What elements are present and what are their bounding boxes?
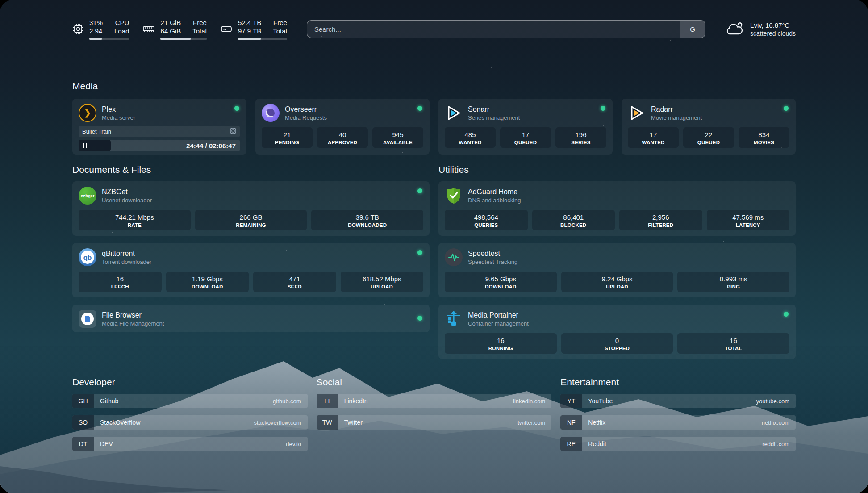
bookmark-url: linkedin.com xyxy=(513,398,551,405)
bookmark-abbr: DT xyxy=(72,437,94,451)
bookmark-name: DEV xyxy=(94,440,286,447)
stat-upload: 9.24 Gbps UPLOAD xyxy=(561,272,673,292)
service-card-nzbget[interactable]: nzbget NZBGet Usenet downloader 744.21 M… xyxy=(72,181,430,236)
now-playing-view-icon[interactable] xyxy=(230,127,237,136)
service-description: DNS and adblocking xyxy=(468,196,521,204)
service-card-adguard[interactable]: AdGuard Home DNS and adblocking 498,564 … xyxy=(438,181,796,236)
search-bar: G xyxy=(307,20,705,38)
search-input[interactable] xyxy=(307,21,680,38)
portainer-icon xyxy=(445,310,463,328)
header-divider xyxy=(72,52,796,52)
service-card-filebrowser[interactable]: File Browser Media File Management xyxy=(72,305,430,332)
service-description: Usenet downloader xyxy=(102,196,152,204)
service-name: Plex xyxy=(102,105,135,114)
bookmark-youtube[interactable]: YT YouTube youtube.com xyxy=(560,394,796,408)
status-dot xyxy=(417,106,422,111)
radarr-icon xyxy=(628,104,646,122)
memory-total-value: 64 GiB xyxy=(160,27,181,35)
service-name: AdGuard Home xyxy=(468,188,521,196)
memory-total-label: Total xyxy=(192,27,207,35)
service-description: Torrent downloader xyxy=(102,258,151,266)
now-playing-title: Bullet Train xyxy=(82,128,230,135)
speedtest-icon xyxy=(445,248,463,266)
service-description: Speedtest Tracking xyxy=(468,258,517,266)
disk-free-label: Free xyxy=(273,18,287,27)
service-name: Media Portainer xyxy=(468,311,529,320)
stat-approved: 40 APPROVED xyxy=(317,127,368,148)
stat-filtered: 2,956 FILTERED xyxy=(619,210,702,230)
stat-download: 9.65 Gbps DOWNLOAD xyxy=(445,272,557,292)
bookmark-dev[interactable]: DT DEV dev.to xyxy=(72,437,308,451)
section-utilities: Utilities xyxy=(438,164,796,359)
memory-progress-fill xyxy=(160,38,190,40)
bookmark-group-title: Developer xyxy=(72,377,308,388)
now-playing-row: Bullet Train xyxy=(79,126,240,137)
bookmark-name: Github xyxy=(94,397,273,405)
bookmark-stackoverflow[interactable]: SO StackOverflow stackoverflow.com xyxy=(72,415,308,430)
cpu-widget: 31% 2.94 CPU Load xyxy=(72,18,129,40)
weather-widget[interactable]: Lviv, 16.87°C scattered clouds xyxy=(725,21,796,38)
dashboard-window: 31% 2.94 CPU Load xyxy=(0,0,868,493)
status-dot xyxy=(784,312,789,317)
bookmark-github[interactable]: GH Github github.com xyxy=(72,394,308,408)
bookmark-url: twitter.com xyxy=(517,419,551,426)
bookmark-netflix[interactable]: NF Netflix netflix.com xyxy=(560,415,796,430)
stat-blocked: 86,401 BLOCKED xyxy=(532,210,615,230)
bookmark-group-developer: Developer GH Github github.com SO StackO… xyxy=(72,377,308,451)
service-name: NZBGet xyxy=(102,188,152,196)
disk-total-label: Total xyxy=(273,27,287,35)
disk-total-value: 97.9 TB xyxy=(238,27,261,35)
service-card-plex[interactable]: ❯ Plex Media server Bullet Train xyxy=(72,99,246,155)
memory-progress-track xyxy=(160,38,207,40)
memory-widget: 21 GiB 64 GiB Free Total xyxy=(142,18,207,40)
stat-queries: 498,564 QUERIES xyxy=(445,210,528,230)
section-title-documents: Documents & Files xyxy=(72,164,430,175)
service-description: Movie management xyxy=(651,114,702,121)
pause-icon[interactable] xyxy=(79,143,92,148)
status-dot xyxy=(601,106,605,111)
service-card-radarr[interactable]: Radarr Movie management 17 WANTED 22 QUE… xyxy=(622,99,796,155)
disk-progress-track xyxy=(238,38,287,40)
bookmark-url: netflix.com xyxy=(762,419,796,426)
bookmark-url: reddit.com xyxy=(762,441,796,447)
stat-running: 16 RUNNING xyxy=(445,333,557,354)
bookmark-abbr: NF xyxy=(560,415,582,430)
weather-condition: scattered clouds xyxy=(750,30,796,37)
cpu-progress-track xyxy=(89,38,129,40)
bookmark-reddit[interactable]: RE Reddit reddit.com xyxy=(560,437,796,451)
stat-rate: 744.21 Mbps RATE xyxy=(79,210,191,230)
stat-leech: 16 LEECH xyxy=(79,272,162,292)
service-card-sonarr[interactable]: Sonarr Series management 485 WANTED 17 Q… xyxy=(438,99,613,155)
memory-free-label: Free xyxy=(192,18,207,27)
service-card-speedtest[interactable]: Speedtest Speedtest Tracking 9.65 Gbps D… xyxy=(438,243,796,297)
stat-available: 945 AVAILABLE xyxy=(372,127,423,148)
bookmark-abbr: YT xyxy=(560,394,582,408)
service-card-overseerr[interactable]: Overseerr Media Requests 21 PENDING 40 A… xyxy=(255,99,430,155)
stat-ping: 0.993 ms PING xyxy=(677,272,789,292)
bookmark-group-social: Social LI LinkedIn linkedin.com TW Twitt… xyxy=(317,377,552,451)
cpu-progress-fill xyxy=(89,38,102,40)
service-description: Series management xyxy=(468,114,520,121)
disk-progress-fill xyxy=(238,38,261,40)
section-media: Media ❯ Plex Media server Bullet Train xyxy=(72,81,796,155)
filebrowser-icon xyxy=(79,310,96,328)
disk-icon xyxy=(220,23,233,35)
cpu-usage-value: 31% xyxy=(89,18,103,27)
bookmark-url: dev.to xyxy=(286,441,307,447)
qbittorrent-icon: qb xyxy=(79,248,96,266)
service-description: Container management xyxy=(468,320,529,327)
search-provider-button[interactable]: G xyxy=(680,21,705,38)
service-name: Overseerr xyxy=(285,105,327,114)
top-bar: 31% 2.94 CPU Load xyxy=(72,16,796,42)
adguard-icon xyxy=(445,187,463,205)
stat-latency: 47.569 ms LATENCY xyxy=(707,210,790,230)
service-card-qbittorrent[interactable]: qb qBittorrent Torrent downloader 16 xyxy=(72,243,430,297)
player-progress-bar[interactable]: 24:44 / 02:06:47 xyxy=(79,140,240,151)
resource-widgets: 31% 2.94 CPU Load xyxy=(72,18,287,40)
service-card-portainer[interactable]: Media Portainer Container management 16 … xyxy=(438,305,796,359)
bookmark-abbr: LI xyxy=(317,394,338,408)
section-documents-files: Documents & Files nzbget NZBGet Usenet d… xyxy=(72,164,430,359)
bookmark-linkedin[interactable]: LI LinkedIn linkedin.com xyxy=(317,394,552,408)
bookmark-twitter[interactable]: TW Twitter twitter.com xyxy=(317,415,552,430)
snow-particles xyxy=(0,0,1,1)
